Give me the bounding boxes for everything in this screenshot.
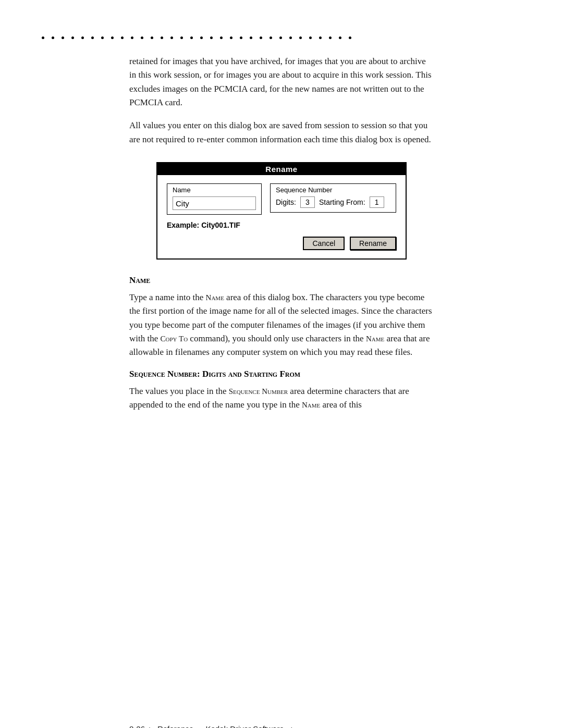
dot bbox=[190, 36, 193, 39]
dialog-buttons-row: Cancel Rename bbox=[167, 237, 396, 250]
dot bbox=[42, 36, 44, 39]
dot bbox=[170, 36, 173, 39]
dot bbox=[289, 36, 292, 39]
dot bbox=[349, 36, 351, 39]
starting-from-label: Starting From: bbox=[319, 198, 365, 206]
dot bbox=[161, 36, 163, 39]
dot bbox=[131, 36, 133, 39]
dot bbox=[230, 36, 232, 39]
dotted-rule bbox=[0, 36, 563, 39]
dot bbox=[81, 36, 84, 39]
sequence-section-body: The values you place in the Sequence Num… bbox=[129, 385, 434, 412]
content-area: retained for images that you have archiv… bbox=[0, 55, 563, 412]
dot bbox=[220, 36, 223, 39]
sequence-section-heading: Sequence Number: Digits and Starting Fro… bbox=[129, 369, 434, 379]
dotted-rule-inner bbox=[31, 36, 532, 39]
rename-button[interactable]: Rename bbox=[350, 237, 396, 250]
dot bbox=[121, 36, 124, 39]
name-section-body: Type a name into the Name area of this d… bbox=[129, 291, 434, 360]
sequence-field-group: Sequence Number Digits: Starting From: bbox=[270, 183, 396, 213]
dot bbox=[279, 36, 282, 39]
name-inline-ref: Name bbox=[206, 293, 224, 302]
dot bbox=[329, 36, 332, 39]
footer-triangle-right: ◄ bbox=[287, 725, 293, 729]
body-paragraph-1: retained for images that you have archiv… bbox=[129, 55, 434, 109]
dot bbox=[52, 36, 54, 39]
name-field-group: Name bbox=[167, 183, 262, 215]
dot bbox=[71, 36, 74, 39]
name-input[interactable] bbox=[173, 196, 256, 210]
starting-from-input[interactable] bbox=[370, 196, 384, 208]
digits-input[interactable] bbox=[300, 196, 315, 208]
dialog-body: Name Sequence Number Digits: Starting Fr… bbox=[157, 175, 406, 258]
dot bbox=[210, 36, 213, 39]
rename-dialog: Rename Name Sequence Number bbox=[156, 162, 407, 260]
digits-label: Digits: bbox=[276, 198, 296, 206]
dot bbox=[200, 36, 203, 39]
dot bbox=[270, 36, 272, 39]
dot bbox=[141, 36, 143, 39]
dialog-title-bar: Rename bbox=[157, 163, 406, 175]
dot bbox=[319, 36, 322, 39]
dot bbox=[250, 36, 252, 39]
dot bbox=[151, 36, 153, 39]
dot bbox=[299, 36, 302, 39]
dialog-fields-row: Name Sequence Number Digits: Starting Fr… bbox=[167, 183, 396, 215]
footer-text: Reference — Kodak Driver Software bbox=[157, 724, 284, 728]
sequence-heading-text: Sequence Number: Digits and Starting Fro… bbox=[129, 369, 300, 379]
dot bbox=[309, 36, 312, 39]
dot bbox=[111, 36, 114, 39]
dot bbox=[91, 36, 94, 39]
dot bbox=[339, 36, 341, 39]
footer-page-number: 8-26 bbox=[129, 724, 145, 728]
page-container: retained for images that you have archiv… bbox=[0, 36, 563, 728]
dialog-container: Rename Name Sequence Number bbox=[156, 162, 407, 260]
name-inline-ref3: Name bbox=[302, 401, 320, 409]
copy-to-inline-ref: Copy To bbox=[161, 335, 188, 343]
example-text: Example: City001.TIF bbox=[167, 221, 396, 229]
dot bbox=[101, 36, 104, 39]
sequence-number-inline: Sequence Number bbox=[229, 387, 288, 396]
dot bbox=[260, 36, 262, 39]
name-inline-ref2: Name bbox=[366, 335, 384, 343]
name-heading-text: Name bbox=[129, 275, 150, 285]
page-footer: 8-26 ► Reference — Kodak Driver Software… bbox=[0, 724, 563, 728]
name-section: Name Type a name into the Name area of t… bbox=[129, 275, 434, 360]
body-paragraph-2: All values you enter on this dialog box … bbox=[129, 119, 434, 146]
name-group-label: Name bbox=[173, 186, 256, 194]
sequence-section: Sequence Number: Digits and Starting Fro… bbox=[129, 369, 434, 412]
dot bbox=[240, 36, 242, 39]
footer-triangle-left: ► bbox=[148, 725, 154, 729]
cancel-button[interactable]: Cancel bbox=[303, 237, 345, 250]
dot bbox=[62, 36, 64, 39]
name-section-heading: Name bbox=[129, 275, 434, 286]
sequence-group-label: Sequence Number bbox=[276, 186, 390, 194]
dot bbox=[180, 36, 183, 39]
sequence-row: Digits: Starting From: bbox=[276, 196, 390, 208]
